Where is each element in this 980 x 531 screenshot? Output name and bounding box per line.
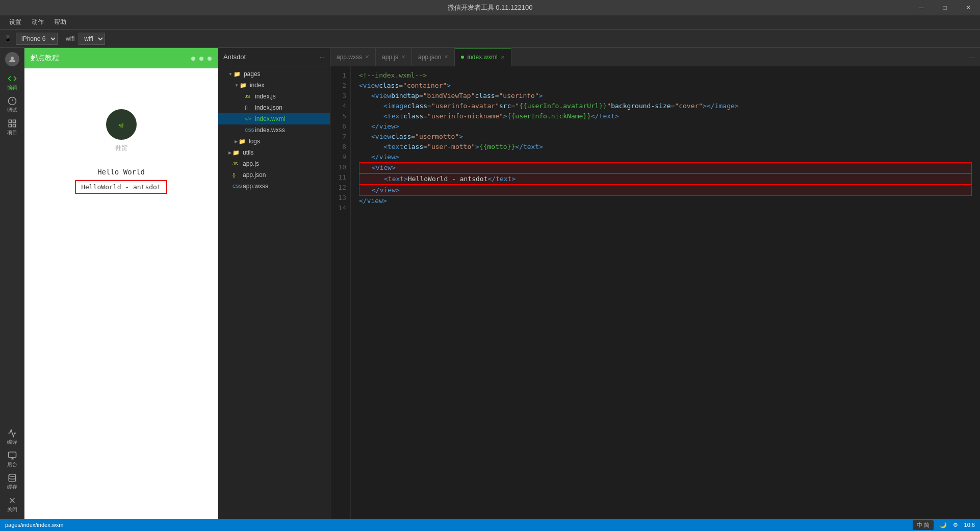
code-line-3: <view bindtap="bindViewTap" class="useri…: [359, 91, 972, 101]
moon-icon[interactable]: 🌙: [940, 522, 947, 528]
user-avatar: 🌿: [106, 109, 137, 140]
sidebar-editor-label: 编辑: [7, 84, 17, 91]
sidebar-item-cache[interactable]: 缓存: [2, 472, 22, 492]
simulator-panel: 蚂点教程 🌿 鞋贸 Hello World HelloWorld - antsd…: [24, 48, 218, 519]
hello-world-text: Hello World: [97, 168, 145, 176]
tree-item-index-wxss[interactable]: ▶ CSS index.wxss: [218, 124, 330, 136]
code-line-12: </view>: [359, 185, 972, 196]
lang-badge[interactable]: 中 简: [913, 520, 934, 530]
tabs-more-button[interactable]: ···: [964, 53, 980, 61]
code-editor: 12345 678910 11121314 <!--index.wxml--> …: [330, 66, 980, 519]
hello-antsdot-box: HelloWorld - antsdot: [75, 180, 167, 194]
sidebar-project-label: 项目: [7, 129, 17, 136]
sidebar-left: 编辑 调试 项目 编译 后台 缓存 关闭: [0, 48, 24, 519]
close-button[interactable]: ✕: [957, 0, 980, 15]
file-explorer: Antsdot ··· ▼ 📁 pages ▼ 📁 index ▶ J: [218, 48, 330, 519]
cache-label: 缓存: [7, 484, 17, 491]
compile-label: 编译: [7, 439, 17, 446]
code-line-8: <text class="user-motto">{{motto}}</text…: [359, 142, 972, 152]
tab-app-wxss[interactable]: app.wxss ✕: [330, 48, 376, 66]
tree-item-index-json[interactable]: ▶ {} index.json: [218, 102, 330, 113]
cursor-position: 10:6: [964, 522, 975, 528]
file-path: pages/index/index.wxml: [5, 522, 65, 528]
file-explorer-header: Antsdot ···: [218, 48, 330, 66]
close-tab-app-js[interactable]: ✕: [401, 54, 405, 60]
code-content[interactable]: <!--index.wxml--> <view class="container…: [351, 66, 980, 519]
code-line-6: </view>: [359, 121, 972, 132]
explorer-title: Antsdot: [223, 53, 246, 61]
tree-item-app-json[interactable]: ▶ {} app.json: [218, 169, 330, 181]
svg-text:🌿: 🌿: [119, 123, 124, 128]
devicebar: 📱 iPhone 6 iPhone 5 iPhone 7 wifi wifi 4…: [0, 30, 980, 48]
sidebar-item-compile[interactable]: 编译: [2, 427, 22, 447]
code-line-9: </view>: [359, 152, 972, 162]
app-title: 微信开发者工具 0.11.122100: [448, 3, 533, 12]
svg-rect-4: [9, 120, 11, 122]
main-layout: 编辑 调试 项目 编译 后台 缓存 关闭: [0, 48, 980, 519]
tree-item-index-js[interactable]: ▶ JS index.js: [218, 91, 330, 102]
window-controls: ─ □ ✕: [910, 0, 980, 15]
svg-rect-7: [9, 124, 11, 127]
titlebar: 微信开发者工具 0.11.122100 ─ □ ✕: [0, 0, 980, 15]
line-numbers: 12345 678910 11121314: [330, 66, 351, 519]
tree-item-index-wxml[interactable]: ▶ </> index.wxml: [218, 113, 330, 124]
tree-item-pages[interactable]: ▼ 📁 pages: [218, 68, 330, 80]
sidebar-item-debug[interactable]: 调试: [2, 95, 22, 115]
settings-icon[interactable]: ⚙: [953, 522, 958, 528]
statusbar-right: 中 简 🌙 ⚙ 10:6: [913, 520, 975, 530]
stage-label: 后台: [7, 461, 17, 468]
simulator-dots: [189, 54, 212, 62]
sidebar-item-stage[interactable]: 后台: [2, 449, 22, 470]
maximize-button[interactable]: □: [933, 0, 957, 15]
avatar: [5, 52, 19, 66]
device-select[interactable]: iPhone 6 iPhone 5 iPhone 7: [16, 33, 58, 45]
code-line-4: <image class="userinfo-avatar" src="{{us…: [359, 101, 972, 111]
close-tab-index-wxml[interactable]: ✕: [501, 55, 505, 60]
tab-app-json[interactable]: app.json ✕: [412, 48, 455, 66]
svg-rect-5: [13, 120, 15, 122]
phone-icon: 📱: [4, 35, 12, 42]
code-line-11: <text>HelloWorld - antsdot</text>: [359, 173, 972, 185]
tree-item-logs[interactable]: ▶ 📁 logs: [218, 136, 330, 147]
file-tree: ▼ 📁 pages ▼ 📁 index ▶ JS index.js ▶: [218, 66, 330, 194]
sidebar-bottom: 编译 后台 缓存 关闭: [2, 427, 22, 519]
sidebar-item-close[interactable]: 关闭: [2, 494, 22, 515]
tab-bar: app.wxss ✕ app.js ✕ app.json ✕ index.wxm…: [330, 48, 980, 66]
tree-item-app-js[interactable]: ▶ JS app.js: [218, 158, 330, 169]
svg-rect-6: [13, 124, 15, 127]
menu-item-帮助[interactable]: 帮助: [49, 16, 71, 29]
simulator-header: 蚂点教程: [24, 48, 218, 68]
sidebar-debug-label: 调试: [7, 107, 17, 114]
wifi-label: wifi: [66, 35, 74, 42]
code-line-10: <view>: [359, 162, 972, 173]
user-name-display: 鞋贸: [115, 144, 127, 153]
tab-index-wxml[interactable]: index.wxml ✕: [455, 48, 511, 66]
close-label: 关闭: [7, 506, 17, 513]
menu-item-设置[interactable]: 设置: [4, 16, 27, 29]
tree-item-app-wxss[interactable]: ▶ CSS app.wxss: [218, 181, 330, 192]
simulator-title: 蚂点教程: [31, 54, 59, 63]
tab-app-js[interactable]: app.js ✕: [376, 48, 412, 66]
explorer-more-button[interactable]: ···: [319, 53, 325, 61]
code-line-1: <!--index.wxml-->: [359, 70, 972, 81]
sidebar-item-editor[interactable]: 编辑: [2, 72, 22, 93]
simulator-content: 🌿 鞋贸 Hello World HelloWorld - antsdot: [24, 68, 218, 519]
tree-item-index[interactable]: ▼ 📁 index: [218, 80, 330, 91]
svg-point-11: [9, 474, 16, 477]
modified-indicator: [461, 56, 464, 59]
sidebar-item-project[interactable]: 项目: [2, 117, 22, 138]
code-line-7: <view class="usermotto">: [359, 132, 972, 142]
close-tab-app-json[interactable]: ✕: [444, 54, 448, 60]
minimize-button[interactable]: ─: [910, 0, 933, 15]
code-line-2: <view class="container">: [359, 81, 972, 91]
tree-item-utils[interactable]: ▶ 📁 utils: [218, 147, 330, 158]
wifi-select[interactable]: wifi 4G: [79, 33, 105, 45]
menu-item-动作[interactable]: 动作: [27, 16, 49, 29]
editor-area: app.wxss ✕ app.js ✕ app.json ✕ index.wxm…: [330, 48, 980, 519]
svg-rect-8: [8, 452, 16, 458]
close-tab-app-wxss[interactable]: ✕: [365, 54, 369, 60]
menubar: 设置动作帮助: [0, 15, 980, 30]
code-line-14: [359, 206, 972, 216]
code-line-13: </view>: [359, 196, 972, 206]
statusbar: pages/index/index.wxml 中 简 🌙 ⚙ 10:6: [0, 519, 980, 531]
